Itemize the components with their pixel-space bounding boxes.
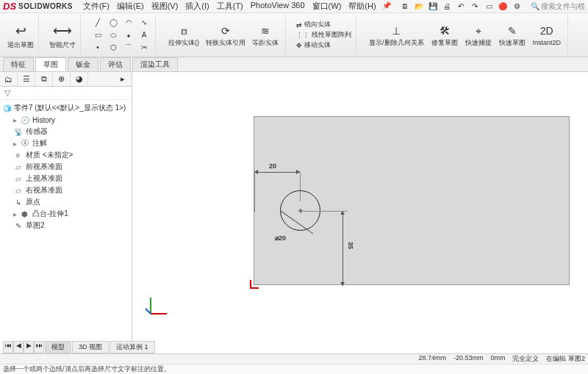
dim-line-horizontal <box>254 172 300 173</box>
part-body: 20 ⌀20 35 <box>254 116 570 285</box>
tab-3dview[interactable]: 3D 视图 <box>72 341 109 353</box>
view-triad[interactable] <box>143 292 173 322</box>
quick-snap-label: 快速捕捉 <box>465 40 492 47</box>
tree-sketch2[interactable]: ✎草图2 <box>3 220 129 231</box>
fm-tab-tree-icon[interactable]: 🗂 <box>0 72 18 86</box>
feature-tree: 🧊 零件7 (默认<<默认>_显示状态 1>) ▸🕘History 📡传感器 ▸… <box>0 100 132 234</box>
linear-pattern-button[interactable]: ⋮⋮线性草图阵列 <box>296 30 351 40</box>
smart-dim-icon[interactable]: ⟷ <box>52 21 73 41</box>
rapid-sketch-button[interactable]: ✎ 快速草图 <box>497 23 528 47</box>
menu-help[interactable]: 帮助(H) <box>345 0 379 12</box>
exit-sketch-icon[interactable]: ↩︎ <box>10 21 31 41</box>
new-icon[interactable]: 🗎 <box>399 1 411 12</box>
dim-value-35[interactable]: 35 <box>347 242 354 249</box>
show-relations-button[interactable]: ⊥ 显示/删除几何关系 <box>367 23 426 47</box>
tab-feature[interactable]: 特征 <box>3 57 34 71</box>
tab-motion[interactable]: 运动算例 1 <box>110 341 155 353</box>
feature-manager-panel: 🗂 ☰ ⧉ ⊕ ◕ ▸ ▽ 🧊 零件7 (默认<<默认>_显示状态 1>) ▸🕘… <box>0 72 132 344</box>
menu-edit[interactable]: 编辑(E) <box>114 0 147 12</box>
menu-insert[interactable]: 插入(I) <box>182 0 212 12</box>
rebuild-icon[interactable]: 🔴 <box>497 1 509 12</box>
menu-view[interactable]: 视图(V) <box>148 0 182 12</box>
trim-icon[interactable]: ✂ <box>137 42 151 54</box>
plane-icon: ▱ <box>13 186 23 195</box>
tree-annotations[interactable]: ▸Ⓐ注解 <box>3 137 129 149</box>
circle-icon[interactable]: ◯ <box>107 17 120 29</box>
quick-snap-button[interactable]: ⌖ 快速捕捉 <box>463 23 494 47</box>
menu-photoview[interactable]: PhotoView 360 <box>248 0 308 12</box>
offset-label: 等距实体 <box>252 40 279 47</box>
fm-tab-appear-icon[interactable]: ◕ <box>71 72 88 86</box>
spline-icon[interactable]: ∿ <box>137 17 151 29</box>
tree-origin[interactable]: ↳原点 <box>3 196 129 208</box>
fm-tab-prop-icon[interactable]: ☰ <box>18 72 35 86</box>
tree-top-plane[interactable]: ▱上视基准面 <box>3 173 129 184</box>
tree-front-plane[interactable]: ▱前视基准面 <box>3 161 129 173</box>
hint-text: 选择一个或两个边线/顶点后再选择尺寸文字标注的位置。 <box>3 364 171 374</box>
tab-scroll-first-icon[interactable]: ⏮ <box>3 341 13 353</box>
extrude-feat-icon: ⬢ <box>20 209 29 219</box>
slot-icon[interactable]: ⬭ <box>107 29 120 41</box>
move-button[interactable]: ✥移动实体 <box>296 40 331 50</box>
point-icon[interactable]: • <box>91 42 104 54</box>
tab-scroll-next-icon[interactable]: ▶ <box>24 341 34 353</box>
filter-icon[interactable]: ▽ <box>4 88 10 98</box>
polygon-icon[interactable]: ⬡ <box>107 42 120 54</box>
tree-boss-extrude[interactable]: ▸⬢凸台-拉伸1 <box>3 208 129 220</box>
mirror-button[interactable]: ⇄镜向实体 <box>296 20 331 29</box>
status-defined: 完全定义 <box>512 354 539 364</box>
dim-value-20[interactable]: 20 <box>269 162 276 170</box>
tab-render[interactable]: 渲染工具 <box>132 57 178 71</box>
tree-material[interactable]: ≡材质 <未指定> <box>3 149 129 161</box>
offset-button[interactable]: ≋ 等距实体 <box>250 23 281 47</box>
fm-tab-dim-icon[interactable]: ⊕ <box>53 72 71 86</box>
options-icon[interactable]: ⚙ <box>511 1 523 12</box>
sketch-tools-group: ╱ ◯ ◠ ∿ ▭ ⬭ ⬥ A • ⬡ ⌒ ✂ <box>87 15 156 55</box>
tree-sensors[interactable]: 📡传感器 <box>3 126 129 137</box>
select-icon[interactable]: ▭ <box>483 1 495 12</box>
convert-entities-button[interactable]: ⟳ 转换实体引用 <box>204 23 248 47</box>
tab-scroll-prev-icon[interactable]: ◀ <box>13 341 24 353</box>
instant2d-button[interactable]: 2D Instant2D <box>531 23 564 47</box>
tree-annotations-label: 注解 <box>32 138 47 148</box>
tab-evaluate[interactable]: 评估 <box>100 57 131 71</box>
menu-file[interactable]: 文件(F) <box>80 0 112 12</box>
move-icon: ✥ <box>296 42 302 49</box>
fillet-icon[interactable]: ⌒ <box>122 42 135 54</box>
tab-scroll-last-icon[interactable]: ⏭ <box>34 341 44 353</box>
graphics-area[interactable]: 20 ⌀20 35 <box>132 72 588 344</box>
dim-value-dia20[interactable]: ⌀20 <box>275 234 286 242</box>
menu-pin-icon[interactable]: 📌 <box>381 0 392 10</box>
relations-icon: ⊥ <box>388 23 404 39</box>
menu-window[interactable]: 窗口(W) <box>309 0 345 12</box>
dim-ext-line <box>300 211 348 212</box>
boss-extrude-button[interactable]: ⧈ 拉伸实体() <box>166 23 201 47</box>
tree-sketch2-label: 草图2 <box>26 220 45 231</box>
menu-tools[interactable]: 工具(T) <box>214 0 246 12</box>
save-icon[interactable]: 💾 <box>427 1 439 12</box>
tree-history[interactable]: ▸🕘History <box>3 115 129 126</box>
arc-icon[interactable]: ◠ <box>122 17 135 29</box>
tab-sketch[interactable]: 草图 <box>35 57 66 71</box>
line-icon[interactable]: ╱ <box>91 17 104 29</box>
repair-sketch-button[interactable]: 🛠 修复草图 <box>429 23 460 47</box>
redo-icon[interactable]: ↷ <box>469 1 481 12</box>
origin-icon: ↳ <box>13 198 23 207</box>
rect-icon[interactable]: ▭ <box>91 29 104 41</box>
panel-expand-icon[interactable]: ▸ <box>114 72 132 86</box>
ellipse-icon[interactable]: ⬥ <box>122 29 135 41</box>
print-icon[interactable]: 🖨 <box>441 1 453 12</box>
tab-sheetmetal[interactable]: 钣金 <box>68 57 98 71</box>
tree-right-plane[interactable]: ▱右视基准面 <box>3 184 129 196</box>
tree-root[interactable]: 🧊 零件7 (默认<<默认>_显示状态 1>) <box>3 103 129 113</box>
open-icon[interactable]: 📂 <box>413 1 425 12</box>
fm-tab-config-icon[interactable]: ⧉ <box>35 72 53 86</box>
feature-filter-bar: ▽ <box>0 87 132 100</box>
undo-icon[interactable]: ↶ <box>455 1 467 12</box>
dim-ext-line <box>254 172 255 212</box>
search-box[interactable]: 🔍 搜索文件与模 <box>531 1 585 12</box>
text-icon[interactable]: A <box>137 29 151 41</box>
tab-model[interactable]: 模型 <box>45 341 71 353</box>
exit-sketch-label: 退出草图 <box>7 42 34 49</box>
feature-tabs: 特征 草图 钣金 评估 渲染工具 <box>0 57 588 72</box>
